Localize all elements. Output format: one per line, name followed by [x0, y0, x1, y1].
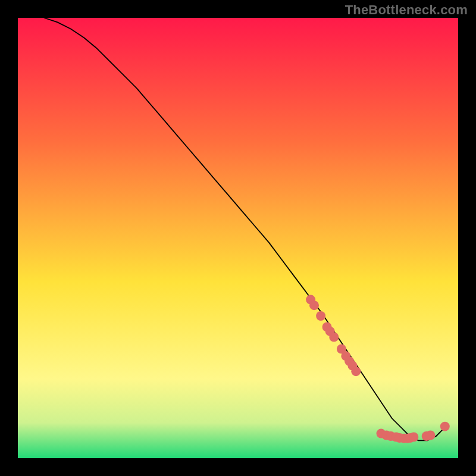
dot-lower-dots — [440, 422, 450, 431]
chart-canvas — [0, 0, 476, 476]
dot-upper-dots — [316, 311, 325, 321]
dot-lower-dots — [425, 431, 435, 440]
dot-upper-dots — [329, 333, 339, 342]
watermark-text: TheBottleneck.com — [345, 2, 468, 18]
dot-upper-dots — [351, 367, 361, 376]
plot-background — [18, 18, 458, 458]
dot-lower-dots — [409, 433, 418, 442]
dot-upper-dots — [309, 300, 319, 310]
chart-stage: TheBottleneck.com — [0, 0, 476, 476]
